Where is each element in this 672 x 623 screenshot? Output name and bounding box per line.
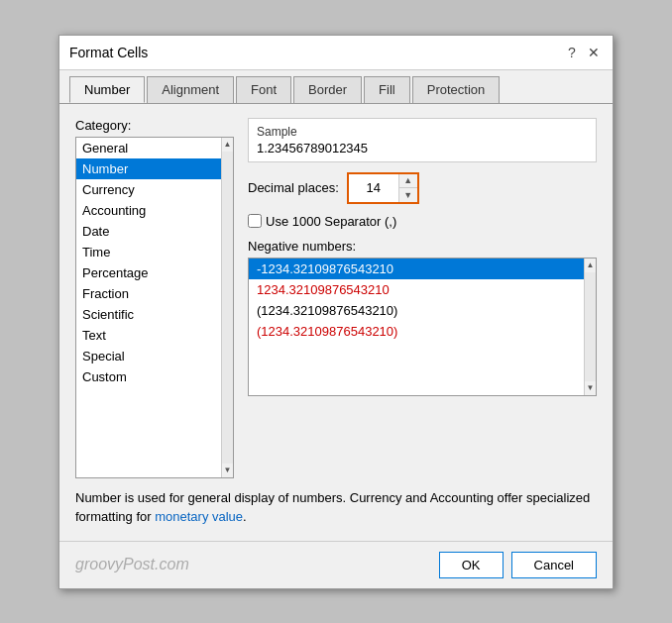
cat-item-custom[interactable]: Custom — [76, 366, 221, 387]
sample-value: 1.23456789012345 — [257, 141, 588, 156]
scroll-up-arrow[interactable]: ▲ — [222, 138, 233, 152]
decimal-label: Decimal places: — [248, 180, 339, 195]
decimal-spinner: ▲ ▼ — [347, 172, 419, 204]
category-section: Category: General Number Currency Accoun… — [75, 118, 234, 478]
sample-box: Sample 1.23456789012345 — [248, 118, 597, 162]
description-text-end: . — [243, 509, 247, 524]
close-button[interactable]: ✕ — [585, 44, 603, 61]
watermark: groovyPost.com — [75, 556, 189, 573]
separator-checkbox[interactable] — [248, 214, 262, 228]
scroll-down-arrow[interactable]: ▼ — [222, 464, 233, 477]
neg-scroll-up[interactable]: ▲ — [585, 259, 596, 272]
cat-item-currency[interactable]: Currency — [76, 179, 221, 200]
neg-scroll-down[interactable]: ▼ — [585, 381, 596, 395]
cat-item-date[interactable]: Date — [76, 221, 221, 242]
spin-down-button[interactable]: ▼ — [399, 188, 417, 202]
decimal-input[interactable] — [349, 174, 398, 202]
category-list-container: General Number Currency Accounting Date … — [75, 137, 234, 478]
description-blue-text: monetary value — [155, 509, 243, 524]
cat-item-fraction[interactable]: Fraction — [76, 283, 221, 304]
description-area: Number is used for general display of nu… — [75, 488, 597, 527]
footer-buttons: OK Cancel — [439, 552, 597, 578]
scroll-track — [222, 152, 233, 464]
decimal-row: Decimal places: ▲ ▼ — [248, 172, 597, 204]
cat-item-accounting[interactable]: Accounting — [76, 200, 221, 221]
cat-item-scientific[interactable]: Scientific — [76, 304, 221, 325]
negative-list: -1234.32109876543210 1234.32109876543210… — [249, 259, 584, 395]
cat-item-percentage[interactable]: Percentage — [76, 262, 221, 283]
spinner-buttons: ▲ ▼ — [398, 174, 417, 202]
separator-row: Use 1000 Separator (,) — [248, 214, 597, 229]
cat-item-general[interactable]: General — [76, 138, 221, 158]
category-label: Category: — [75, 118, 234, 133]
help-button[interactable]: ? — [563, 44, 581, 61]
neg-item-2[interactable]: 1234.32109876543210 — [249, 279, 584, 300]
title-bar: Format Cells ? ✕ — [59, 36, 613, 70]
neg-item-4[interactable]: (1234.32109876543210) — [249, 321, 584, 342]
tab-bar: Number Alignment Font Border Fill Protec… — [59, 70, 613, 104]
cat-item-number[interactable]: Number — [76, 158, 221, 179]
category-scrollbar[interactable]: ▲ ▼ — [221, 138, 233, 477]
cat-item-text[interactable]: Text — [76, 325, 221, 346]
title-bar-buttons: ? ✕ — [563, 44, 603, 61]
main-area: Category: General Number Currency Accoun… — [75, 118, 597, 478]
neg-item-1[interactable]: -1234.32109876543210 — [249, 259, 584, 279]
category-list: General Number Currency Accounting Date … — [76, 138, 221, 477]
ok-button[interactable]: OK — [439, 552, 504, 578]
negative-scrollbar[interactable]: ▲ ▼ — [584, 259, 596, 395]
cat-item-special[interactable]: Special — [76, 346, 221, 366]
footer: groovyPost.com OK Cancel — [59, 541, 613, 588]
tab-border[interactable]: Border — [293, 76, 362, 103]
tab-protection[interactable]: Protection — [412, 76, 501, 103]
cat-item-time[interactable]: Time — [76, 242, 221, 262]
description-text-start: Number is used for general display of nu… — [75, 490, 590, 525]
negative-list-container: -1234.32109876543210 1234.32109876543210… — [248, 258, 597, 396]
tab-font[interactable]: Font — [236, 76, 291, 103]
neg-scroll-track — [585, 272, 596, 381]
spin-up-button[interactable]: ▲ — [399, 174, 417, 188]
negative-label: Negative numbers: — [248, 239, 597, 254]
right-panel: Sample 1.23456789012345 Decimal places: … — [248, 118, 597, 478]
sample-label: Sample — [257, 125, 588, 139]
separator-checkbox-container: Use 1000 Separator (,) — [248, 214, 396, 229]
dialog-title: Format Cells — [69, 45, 148, 60]
negative-section: Negative numbers: -1234.32109876543210 1… — [248, 239, 597, 478]
tab-fill[interactable]: Fill — [364, 76, 410, 103]
cancel-button[interactable]: Cancel — [511, 552, 597, 578]
tab-number[interactable]: Number — [69, 76, 145, 103]
format-cells-dialog: Format Cells ? ✕ Number Alignment Font B… — [58, 35, 614, 589]
separator-label: Use 1000 Separator (,) — [266, 214, 396, 229]
tab-alignment[interactable]: Alignment — [147, 76, 234, 103]
neg-item-3[interactable]: (1234.32109876543210) — [249, 300, 584, 321]
dialog-body: Category: General Number Currency Accoun… — [59, 104, 613, 541]
